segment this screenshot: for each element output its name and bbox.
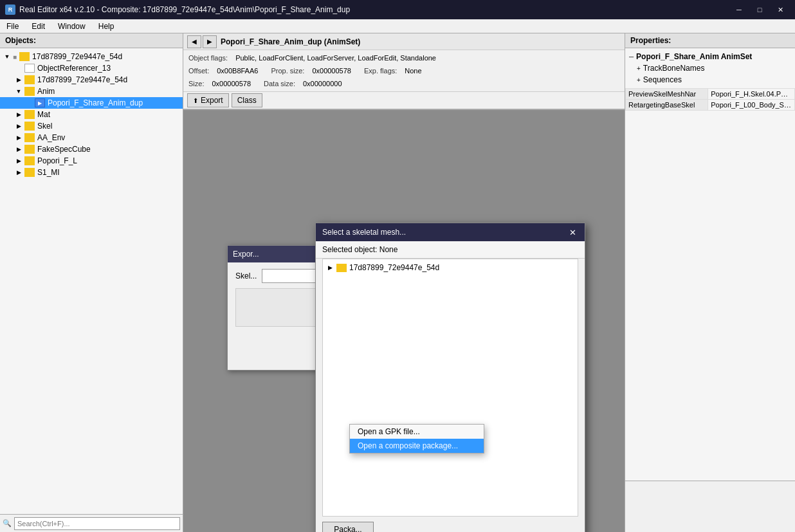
ctx-open-composite[interactable]: Open a composite package...: [350, 439, 484, 453]
tree-label: 17d87899_72e9447e_54d: [37, 75, 127, 84]
properties-header: Properties:: [625, 33, 795, 48]
minimize-button[interactable]: ─: [729, 3, 749, 16]
sequences-label: Sequences: [643, 75, 682, 84]
properties-tree: ─ Popori_F_Share_Anim AnimSet + TrackBon…: [625, 48, 795, 481]
menu-bar: File Edit Window Help: [0, 19, 795, 33]
folder-icon: [24, 133, 35, 142]
context-menu: Open a GPK file... Open a composite pack…: [349, 424, 484, 454]
expander-icon: ▶: [14, 145, 23, 154]
center-header: ◀ ▶ Popori_F_Share_Anim_dup (AnimSet) Ob…: [183, 33, 625, 110]
menu-edit[interactable]: Edit: [25, 21, 51, 32]
tree-label: S1_MI: [37, 168, 60, 177]
val-cell-1: Popori_F_L00_Body_Skel: [708, 100, 795, 111]
props-expand: +: [637, 65, 641, 72]
expander-icon: ▶: [14, 168, 23, 177]
folder-icon: [24, 75, 35, 84]
props-root-title: Popori_F_Share_Anim AnimSet: [636, 52, 752, 61]
expander-icon: ▼: [14, 87, 23, 96]
offset-value: 0x00B8FAA6: [217, 67, 258, 75]
props-sequences-section[interactable]: + Sequences: [625, 74, 795, 86]
tree-item-anim-folder[interactable]: ▼ Anim: [0, 86, 183, 97]
tree-item-fakespeccube[interactable]: ▶ FakeSpecCube: [0, 143, 183, 155]
tree-item-anim-selected[interactable]: ▶ Popori_F_Share_Anim_dup: [0, 97, 183, 109]
props-expand: +: [637, 77, 641, 84]
data-size-value: 0x00000000: [303, 80, 342, 87]
tree-label: 17d87899_72e9447e_54d: [349, 263, 439, 272]
tree-label: Anim: [37, 87, 55, 96]
dlg-folder-icon: [336, 264, 347, 272]
obj-flags-label: Object flags:: [188, 54, 228, 62]
table-row: RetargetingBaseSkel Popori_F_L00_Body_Sk…: [626, 100, 795, 111]
breadcrumb: Popori_F_Share_Anim_dup (AnimSet): [221, 37, 360, 46]
select-skeletal-title-bar: Select a skeletal mesh... ✕: [316, 223, 585, 241]
props-trackbone-section[interactable]: + TrackBoneNames: [625, 62, 795, 74]
window-controls: ─ □ ✕: [729, 3, 790, 16]
tree-label: Mat: [37, 110, 50, 119]
tree-item-aaenv[interactable]: ▶ AA_Env: [0, 132, 183, 143]
expander-icon: ▼: [3, 52, 12, 61]
folder-icon: [24, 110, 35, 119]
exp-flags-value: None: [405, 67, 421, 75]
right-panel: Properties: ─ Popori_F_Share_Anim AnimSe…: [625, 33, 795, 532]
select-skeletal-title-text: Select a skeletal mesh...: [322, 228, 406, 237]
menu-window[interactable]: Window: [51, 21, 92, 32]
expander-icon: ▶: [14, 110, 23, 119]
prop-size-label: Prop. size:: [271, 67, 304, 75]
class-button[interactable]: Class: [232, 93, 262, 107]
toolbar: ⬆ Export Class: [183, 91, 625, 109]
offset-label: Offset:: [188, 67, 209, 75]
center-panel: ◀ ▶ Popori_F_Share_Anim_dup (AnimSet) Ob…: [183, 33, 625, 532]
tree-item-pfl[interactable]: ▶ Popori_F_L: [0, 155, 183, 167]
selected-object-label: Selected object: None: [316, 241, 585, 259]
search-bar: 🔍: [0, 514, 183, 532]
menu-help[interactable]: Help: [92, 21, 121, 32]
center-content: Expor... ✕ Skel... ... De... ...cel: [183, 110, 625, 532]
folder-icon: [24, 122, 35, 131]
expander-icon: ▶: [14, 133, 23, 142]
export-icon: ⬆: [193, 97, 198, 104]
size-label: Size:: [188, 80, 204, 87]
table-row: PreviewSkelMeshNar Popori_F_H.Skel.04.Po…: [626, 89, 795, 100]
menu-file[interactable]: File: [0, 21, 25, 32]
object-props-bar: Object flags: Public, LoadForClient, Loa…: [183, 50, 625, 91]
tree-item-skeleton-root[interactable]: ▶ 17d87899_72e9447e_54d: [325, 262, 575, 273]
size-value: 0x00000578: [212, 80, 251, 87]
nav-forward-button[interactable]: ▶: [203, 35, 217, 48]
tree-expand-icon: ▶: [328, 264, 333, 271]
tree-item-subfolder[interactable]: ▶ 17d87899_72e9447e_54d: [0, 74, 183, 86]
tree-item-skel[interactable]: ▶ Skel: [0, 120, 183, 132]
ctx-open-gpk[interactable]: Open a GPK file...: [350, 425, 484, 439]
folder-icon: [24, 145, 35, 154]
nav-back-button[interactable]: ◀: [187, 35, 201, 48]
properties-bottom: [625, 481, 795, 532]
search-icon: 🔍: [3, 519, 12, 527]
select-skeletal-dialog: Select a skeletal mesh... ✕ Selected obj…: [315, 223, 585, 532]
props-root-expand: ─: [629, 53, 634, 60]
expander-icon: [14, 64, 23, 73]
tree-item-mat[interactable]: ▶ Mat: [0, 109, 183, 120]
data-size-label: Data size:: [264, 80, 295, 87]
prop-size-value: 0x00000578: [312, 67, 351, 75]
objects-tree: ▼ ■ 17d87899_72e9447e_54d ObjectReferenc…: [0, 48, 183, 514]
close-button[interactable]: ✕: [771, 3, 790, 16]
val-cell-0: Popori_F_H.Skel.04.Popc: [708, 89, 795, 100]
window-title: Real Editor x64 v.2.10 - Composite: 17d8…: [19, 5, 729, 14]
folder-icon: [24, 87, 35, 96]
skel-label: Skel...: [235, 271, 257, 280]
folder-icon: [24, 168, 35, 177]
anim-icon: ▶: [35, 98, 45, 107]
obj-flags-value: Public, LoadForClient, LoadForServer, Lo…: [235, 54, 436, 62]
package-area: Packa...: [316, 522, 585, 532]
tree-item-s1mi[interactable]: ▶ S1_MI: [0, 167, 183, 178]
maximize-button[interactable]: □: [750, 3, 769, 16]
tree-item-objref[interactable]: ObjectReferencer_13: [0, 62, 183, 74]
props-root-section[interactable]: ─ Popori_F_Share_Anim AnimSet: [625, 51, 795, 62]
file-icon: [24, 64, 35, 73]
tree-item-root[interactable]: ▼ ■ 17d87899_72e9447e_54d: [0, 51, 183, 62]
select-skeletal-close[interactable]: ✕: [567, 226, 578, 238]
search-input[interactable]: [14, 517, 180, 530]
main-layout: Objects: ▼ ■ 17d87899_72e9447e_54d Objec…: [0, 33, 795, 532]
export-button[interactable]: ⬆ Export: [187, 93, 229, 107]
tree-label: Popori_F_Share_Anim_dup: [48, 98, 143, 107]
package-button[interactable]: Packa...: [322, 522, 374, 532]
